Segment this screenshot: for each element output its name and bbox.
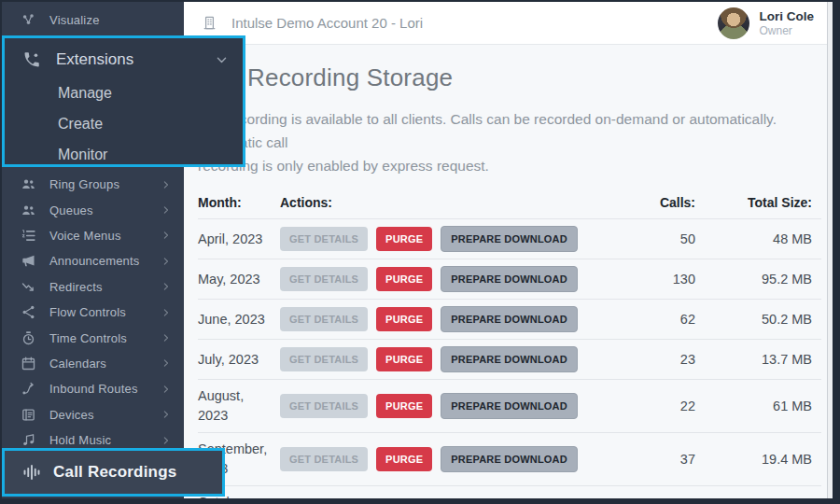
- sidebar-item-label: Voice Menus: [49, 229, 121, 243]
- get-details-button[interactable]: GET DETAILS: [280, 227, 368, 251]
- sidebar-item-label: Time Controls: [49, 331, 127, 345]
- header-month: Month:: [198, 195, 280, 210]
- table-row: September, 2023 GET DETAILS PURGE PREPAR…: [198, 432, 821, 485]
- table-row: August, 2023 GET DETAILS PURGE PREPARE D…: [198, 379, 821, 432]
- chevron-right-icon: [161, 358, 171, 368]
- get-details-button[interactable]: GET DETAILS: [280, 394, 368, 418]
- prepare-download-button[interactable]: PREPARE DOWNLOAD: [441, 393, 578, 419]
- sidebar-item-redirects[interactable]: Redirects: [2, 274, 184, 300]
- total-size-cell: 50.2 MB: [695, 312, 821, 327]
- queues-icon: [21, 203, 36, 218]
- sidebar-item-queues[interactable]: Queues: [2, 197, 184, 222]
- announcements-icon: [21, 253, 36, 269]
- devices-icon: [21, 407, 36, 423]
- sidebar-item-voice-menus[interactable]: Voice Menus: [2, 223, 184, 248]
- purge-button[interactable]: PURGE: [376, 500, 432, 504]
- sidebar-item-label: Inbound Routes: [49, 382, 138, 396]
- purge-button[interactable]: PURGE: [376, 447, 432, 471]
- month-cell: July, 2023: [198, 350, 274, 370]
- sidebar-item-label: Calendars: [49, 357, 106, 371]
- header-total-size: Total Size:: [695, 195, 821, 210]
- get-details-button[interactable]: GET DETAILS: [280, 347, 368, 371]
- actions-cell: GET DETAILS PURGE PREPARE DOWNLOAD: [280, 446, 607, 472]
- sidebar-subitem-label: Monitor: [58, 147, 107, 163]
- prepare-download-button[interactable]: PREPARE DOWNLOAD: [441, 446, 578, 472]
- prepare-download-button[interactable]: PREPARE DOWNLOAD: [441, 306, 578, 332]
- actions-cell: GET DETAILS PURGE PREPARE DOWNLOAD: [280, 499, 607, 504]
- table-row: October, 2023 GET DETAILS PURGE PREPARE …: [198, 485, 821, 504]
- extensions-menu-highlight: Extensions Manage Create Monitor: [2, 35, 245, 167]
- calendars-icon: [21, 356, 36, 371]
- total-size-cell: 61 MB: [695, 399, 821, 413]
- extensions-phone-icon: [22, 50, 41, 69]
- user-menu[interactable]: Lori Cole Owner: [718, 7, 814, 39]
- get-details-button[interactable]: GET DETAILS: [280, 500, 368, 504]
- prepare-download-button[interactable]: PREPARE DOWNLOAD: [441, 346, 578, 372]
- time-controls-icon: [21, 330, 36, 346]
- app-window: Visualize Ring Groups Queues Voice Menus…: [0, 0, 840, 504]
- sidebar-nav: Ring Groups Queues Voice Menus Announcem…: [2, 172, 184, 453]
- user-role: Owner: [759, 24, 814, 37]
- month-cell: May, 2023: [198, 270, 274, 289]
- sidebar-item-extensions[interactable]: Extensions: [5, 38, 243, 77]
- hold-music-icon: [21, 432, 36, 448]
- sidebar-item-label: Extensions: [56, 50, 133, 69]
- chevron-down-icon: [216, 54, 228, 66]
- purge-button[interactable]: PURGE: [376, 307, 432, 331]
- prepare-download-button[interactable]: PREPARE DOWNLOAD: [441, 226, 578, 252]
- chevron-right-icon: [161, 205, 171, 215]
- calls-cell: 130: [607, 272, 695, 287]
- page-title: Call Recording Storage: [198, 63, 827, 92]
- total-size-cell: 19.4 MB: [695, 452, 821, 467]
- sidebar-subitem-label: Create: [58, 116, 103, 133]
- sidebar-item-time-controls[interactable]: Time Controls: [2, 325, 184, 350]
- sidebar-item-label: Ring Groups: [49, 177, 119, 191]
- table-row: April, 2023 GET DETAILS PURGE PREPARE DO…: [198, 218, 821, 259]
- sidebar-item-label: Queues: [49, 203, 93, 217]
- total-size-cell: 95.2 MB: [695, 272, 821, 287]
- table-body: April, 2023 GET DETAILS PURGE PREPARE DO…: [198, 218, 821, 504]
- purge-button[interactable]: PURGE: [376, 227, 432, 251]
- chevron-right-icon: [161, 385, 171, 394]
- get-details-button[interactable]: GET DETAILS: [280, 267, 368, 291]
- content: Call Recording Storage Call recording is…: [184, 45, 827, 498]
- calls-cell: 37: [607, 452, 695, 467]
- sidebar-item-visualize[interactable]: Visualize: [2, 2, 184, 37]
- sidebar-item-ring-groups[interactable]: Ring Groups: [2, 172, 184, 197]
- sidebar-subitem-create[interactable]: Create: [5, 108, 243, 139]
- sidebar-item-label: Visualize: [49, 13, 100, 27]
- calls-cell: 50: [607, 231, 695, 246]
- sidebar-item-inbound-routes[interactable]: Inbound Routes: [2, 376, 184, 401]
- table-row: June, 2023 GET DETAILS PURGE PREPARE DOW…: [198, 299, 821, 339]
- purge-button[interactable]: PURGE: [376, 347, 432, 371]
- table-header-row: Month: Actions: Calls: Total Size:: [198, 189, 821, 218]
- actions-cell: GET DETAILS PURGE PREPARE DOWNLOAD: [280, 393, 607, 419]
- sidebar-item-label: Flow Controls: [49, 305, 126, 319]
- page-description: Call recording is available to all clien…: [198, 107, 827, 177]
- flow-controls-icon: [21, 304, 36, 320]
- sidebar-item-devices[interactable]: Devices: [2, 402, 184, 427]
- scrollbar-track[interactable]: [827, 2, 833, 498]
- ring-groups-icon: [21, 176, 36, 192]
- purge-button[interactable]: PURGE: [376, 267, 432, 291]
- sidebar-subitem-label: Manage: [58, 85, 112, 102]
- user-name: Lori Cole: [759, 9, 814, 24]
- sidebar-item-flow-controls[interactable]: Flow Controls: [2, 300, 184, 325]
- actions-cell: GET DETAILS PURGE PREPARE DOWNLOAD: [280, 226, 607, 252]
- get-details-button[interactable]: GET DETAILS: [280, 447, 368, 471]
- prepare-download-button[interactable]: PREPARE DOWNLOAD: [441, 499, 578, 504]
- actions-cell: GET DETAILS PURGE PREPARE DOWNLOAD: [280, 346, 607, 372]
- calls-cell: 23: [607, 352, 695, 367]
- table-row: July, 2023 GET DETAILS PURGE PREPARE DOW…: [198, 339, 821, 379]
- get-details-button[interactable]: GET DETAILS: [280, 307, 368, 331]
- sidebar-subitem-monitor[interactable]: Monitor: [5, 139, 243, 170]
- sidebar-item-announcements[interactable]: Announcements: [2, 248, 184, 273]
- topbar: Intulse Demo Account 20 - Lori Lori Cole…: [184, 2, 827, 45]
- sidebar-item-calendars[interactable]: Calendars: [2, 351, 184, 376]
- sidebar-subitem-manage[interactable]: Manage: [5, 77, 243, 108]
- sidebar-item-label: Hold Music: [49, 433, 111, 447]
- purge-button[interactable]: PURGE: [376, 394, 432, 418]
- chevron-right-icon: [161, 180, 171, 189]
- prepare-download-button[interactable]: PREPARE DOWNLOAD: [441, 266, 578, 292]
- sidebar-item-call-recordings[interactable]: Call Recordings: [2, 448, 225, 497]
